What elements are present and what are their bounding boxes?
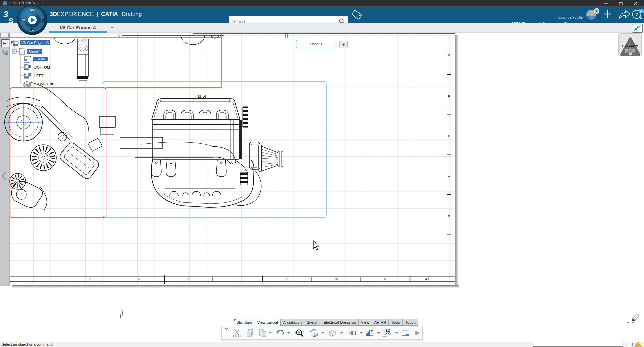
section-dropdown-caret[interactable] <box>360 332 363 334</box>
text-caret-mark <box>120 309 123 318</box>
tree-item-bottom[interactable]: BOTTOM <box>33 65 51 70</box>
ribbon-tab-view[interactable]: View <box>358 319 372 326</box>
undo-dropdown-caret[interactable] <box>287 332 290 334</box>
drawing-canvas[interactable]: D E F G H 5 6 7 8 9 10 11 A2 <box>0 33 644 342</box>
svg-text:10: 10 <box>334 277 338 281</box>
ribbon-icon-row: A <box>221 326 423 340</box>
share-icon[interactable] <box>618 10 630 19</box>
svg-text:D: D <box>448 53 450 57</box>
ribbon-tab-standard[interactable]: Standard <box>234 319 255 326</box>
new-document-tab-button[interactable]: + <box>108 24 116 32</box>
collapse-toolbar-icon[interactable] <box>224 327 229 331</box>
status-message: Select an object or a command <box>2 342 53 346</box>
spec-tree-panel: V6 Car Engine A Sheet.1 FRONT BOTTOM LEF… <box>0 33 134 123</box>
svg-text:?: ? <box>635 12 638 17</box>
collapse-window-button[interactable] <box>632 24 643 33</box>
svg-text:G: G <box>448 174 450 177</box>
svg-text:3: 3 <box>3 9 8 19</box>
document-tab-bar: V6 Car Engine A + <box>0 23 644 33</box>
view-creation-icon[interactable] <box>328 328 337 338</box>
ribbon-tab-view-layout[interactable]: View Layout <box>255 319 281 326</box>
cut-icon[interactable] <box>232 328 242 338</box>
svg-text:A: A <box>371 329 373 332</box>
ribbon-tab-electrical[interactable]: Electrical Dress-up <box>321 319 359 326</box>
section-view-icon[interactable] <box>347 328 357 338</box>
left-view-node-icon <box>24 73 31 79</box>
update-icon[interactable] <box>310 328 319 338</box>
sheet-tab[interactable]: Sheet.1 <box>296 40 336 48</box>
svg-text:!: ! <box>637 343 639 347</box>
paste-dropdown-caret[interactable] <box>269 332 271 334</box>
ribbon-tab-annotation[interactable]: Annotation <box>280 319 304 326</box>
drawing-node-icon <box>11 40 18 46</box>
update-dropdown-caret[interactable] <box>322 332 324 334</box>
svg-text:5: 5 <box>89 277 91 281</box>
minimize-button[interactable] <box>600 0 612 6</box>
document-tab[interactable]: V6 Car Engine A <box>49 23 107 33</box>
pencil-icon <box>627 314 639 323</box>
tree-item-root[interactable]: V6 Car Engine A <box>20 40 50 45</box>
add-content-icon[interactable] <box>603 10 612 18</box>
sheet-format-label: A2 <box>425 277 429 281</box>
sheet-background-icon[interactable] <box>401 328 410 338</box>
front-view-node-icon <box>24 56 31 63</box>
paste-icon[interactable] <box>258 328 267 338</box>
status-bar: Select an object or a command ! <box>0 342 644 347</box>
bottom-view-node-icon <box>24 65 31 70</box>
svg-text:F: F <box>448 134 450 138</box>
command-input[interactable] <box>533 341 623 347</box>
ribbon-tab-ar-vr[interactable]: AR-VR <box>372 319 389 326</box>
ds-logo-icon: 3 S <box>3 9 17 25</box>
close-button[interactable] <box>630 0 641 6</box>
svg-text:11: 11 <box>384 277 387 281</box>
svg-text:3D: 3D <box>22 19 26 22</box>
user-name: Kilian Le Fouille <box>558 15 583 19</box>
ribbon-tab-sketch[interactable]: Sketch <box>304 319 321 326</box>
app-icon <box>3 1 7 6</box>
copy-icon[interactable] <box>245 328 255 338</box>
zoom-selection-icon[interactable] <box>295 328 304 338</box>
legacy-pgp-badge: LEGACY PGP <box>618 33 642 56</box>
tree-item-isometric[interactable]: ISOMETRIC <box>33 82 56 86</box>
electrical-dropdown-caret[interactable] <box>395 332 398 334</box>
ribbon-tab-tools[interactable]: Tools <box>388 319 403 326</box>
svg-text:V.R: V.R <box>30 30 34 33</box>
restore-button[interactable] <box>615 0 627 6</box>
svg-text:8: 8 <box>237 277 238 281</box>
tree-item-left[interactable]: LEFT <box>33 73 44 78</box>
svg-text:H: H <box>448 214 450 217</box>
ribbon-tab-touch[interactable]: Touch <box>402 319 418 326</box>
view-scale-label: [1:5] <box>198 94 206 99</box>
panel-collapse-chevron-icon[interactable] <box>1 172 7 180</box>
help-icon[interactable]: ? <box>632 9 644 20</box>
tree-item-front[interactable]: FRONT <box>33 57 48 61</box>
svg-text:6: 6 <box>138 277 140 281</box>
add-sheet-button[interactable]: + <box>339 41 348 48</box>
tree-item-sheet[interactable]: Sheet.1 <box>27 49 42 54</box>
avatar[interactable] <box>586 8 600 21</box>
undo-icon[interactable] <box>275 328 285 338</box>
projection-angle-icon[interactable]: A <box>365 328 374 338</box>
svg-text:9: 9 <box>286 277 288 281</box>
app-header: 3 S 3DEXPERIENCE | CATIA Drafting Kilian… <box>0 6 644 23</box>
ribbon-tab-bar: Standard View Layout Annotation Sketch E… <box>234 319 418 326</box>
application-window: 3DEXPERIENCE 3 S 3DEXPERIENCE | CATIA Dr… <box>0 0 644 347</box>
window-titlebar: 3DEXPERIENCE <box>0 0 644 6</box>
electrical-dress-up-icon[interactable] <box>383 328 392 338</box>
angle-dropdown-caret[interactable] <box>377 332 380 334</box>
tag-icon[interactable] <box>351 9 363 21</box>
svg-text:E: E <box>448 94 450 97</box>
warning-icon[interactable]: ! <box>634 342 642 347</box>
sheet-node-icon <box>19 48 25 54</box>
product-title: 3DEXPERIENCE | CATIA Drafting <box>50 11 142 18</box>
compass-widget[interactable]: 3D i V.R <box>17 5 48 36</box>
isometric-view-node-icon <box>24 81 31 88</box>
panel-toggle-icon[interactable] <box>628 343 633 347</box>
view-creation-dropdown-caret[interactable] <box>340 332 343 334</box>
more-tools-icon[interactable] <box>415 330 420 336</box>
svg-text:7: 7 <box>187 277 189 281</box>
